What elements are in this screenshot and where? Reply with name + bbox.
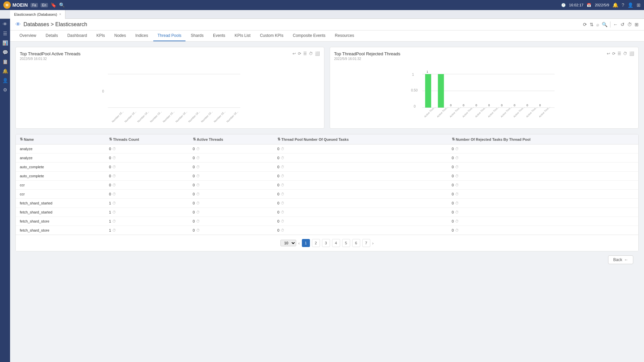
chart-list-btn[interactable]: ☰ <box>303 51 307 56</box>
history-icon[interactable]: ⏱ <box>281 219 284 223</box>
topbar-search-icon[interactable]: 🔍 <box>59 2 65 8</box>
back-button[interactable]: Back ← <box>608 255 633 264</box>
more-options-button[interactable]: ⊞ <box>635 22 639 27</box>
tab-composite-events[interactable]: Composite Events <box>289 31 329 41</box>
lang-fa-button[interactable]: Fa <box>31 3 38 7</box>
history-icon[interactable]: ⏱ <box>112 210 116 214</box>
sidebar-icon-settings[interactable]: ⚙ <box>3 87 7 93</box>
page-btn-5[interactable]: 5 <box>342 239 350 247</box>
history-icon[interactable]: ⏱ <box>112 219 116 223</box>
history-icon[interactable]: ⏱ <box>196 174 200 178</box>
history-icon[interactable]: ⏱ <box>455 165 459 169</box>
history-icon[interactable]: ⏱ <box>455 210 459 214</box>
page-btn-1[interactable]: 1 <box>302 239 310 247</box>
chart-right-refresh-btn[interactable]: ⟳ <box>612 51 615 56</box>
sidebar-icon-chart[interactable]: 📊 <box>2 40 8 46</box>
search-button[interactable]: 🔍 <box>602 22 607 27</box>
history-icon[interactable]: ⏱ <box>196 219 200 223</box>
refresh-button[interactable]: ⟳ <box>583 22 587 27</box>
tab-details[interactable]: Details <box>42 31 62 41</box>
history-icon[interactable]: ⏱ <box>196 156 200 160</box>
sidebar-icon-bell[interactable]: 🔔 <box>2 68 8 74</box>
page-nav-next[interactable]: › <box>372 241 374 246</box>
chart-refresh-btn[interactable]: ⟳ <box>298 51 301 56</box>
tab-close-button[interactable]: × <box>59 12 61 16</box>
th-threads-count[interactable]: ⇅ Threads Count <box>105 134 189 144</box>
tab-events[interactable]: Events <box>209 31 229 41</box>
th-queued-tasks[interactable]: ⇅ Thread Pool Number Of Queued Tasks <box>273 134 448 144</box>
history-icon[interactable]: ⏱ <box>281 147 284 151</box>
columns-button[interactable]: ⇅ <box>590 22 594 27</box>
page-btn-6[interactable]: 6 <box>352 239 360 247</box>
history-icon[interactable]: ⏱ <box>112 147 116 151</box>
history-icon[interactable]: ⏱ <box>281 201 284 205</box>
history-icon[interactable]: ⏱ <box>455 156 459 160</box>
history-icon[interactable]: ⏱ <box>281 210 284 214</box>
history-icon[interactable]: ⏱ <box>112 174 116 178</box>
time-filter-button[interactable]: ⏱ <box>627 22 632 27</box>
history-icon[interactable]: ⏱ <box>455 228 459 232</box>
page-btn-4[interactable]: 4 <box>332 239 340 247</box>
history-icon[interactable]: ⏱ <box>455 174 459 178</box>
chart-download-btn[interactable]: ⬜ <box>315 51 320 56</box>
chart-right-time-btn[interactable]: ⏱ <box>623 51 627 56</box>
history-icon[interactable]: ⏱ <box>196 201 200 205</box>
history-icon[interactable]: ⏱ <box>112 201 116 205</box>
topbar-expand-icon[interactable]: ⊞ <box>637 2 641 8</box>
history-icon[interactable]: ⏱ <box>196 192 200 196</box>
help-icon[interactable]: ? <box>622 2 624 8</box>
sidebar-icon-user[interactable]: 👤 <box>2 78 8 83</box>
th-name[interactable]: ⇅ Name <box>16 134 105 144</box>
history-icon[interactable]: ⏱ <box>112 228 116 232</box>
tab-kpis[interactable]: KPIs <box>92 31 109 41</box>
history-icon[interactable]: ⏱ <box>196 228 200 232</box>
history-icon[interactable]: ⏱ <box>196 210 200 214</box>
chart-right-reset-btn[interactable]: ↩ <box>607 51 610 56</box>
history-icon[interactable]: ⏱ <box>196 183 200 187</box>
chart-right-download-btn[interactable]: ⬜ <box>629 51 634 56</box>
bookmark-icon[interactable]: 🔖 <box>51 2 56 8</box>
page-nav-prev[interactable]: ‹ <box>298 241 300 246</box>
history-icon[interactable]: ⏱ <box>112 165 116 169</box>
history-icon[interactable]: ⏱ <box>112 192 116 196</box>
sidebar-icon-list[interactable]: 📋 <box>2 59 8 64</box>
sidebar-icon-menu[interactable]: ☰ <box>3 31 7 36</box>
page-btn-3[interactable]: 3 <box>322 239 330 247</box>
history-icon[interactable]: ⏱ <box>455 219 459 223</box>
history-icon[interactable]: ⏱ <box>281 174 284 178</box>
history-icon[interactable]: ⏱ <box>281 192 284 196</box>
user-icon[interactable]: 👤 <box>628 2 633 8</box>
history-icon[interactable]: ⏱ <box>455 183 459 187</box>
navigate-back-button[interactable]: ← <box>613 22 618 27</box>
page-size-select[interactable]: 10 20 50 <box>280 240 296 246</box>
history-icon[interactable]: ⏱ <box>281 165 284 169</box>
history-icon[interactable]: ⏱ <box>112 183 116 187</box>
history-icon[interactable]: ⏱ <box>281 156 284 160</box>
sidebar-icon-chat[interactable]: 💬 <box>2 50 8 55</box>
history-icon[interactable]: ⏱ <box>455 147 459 151</box>
tab-thread-pools[interactable]: Thread Pools <box>153 31 185 41</box>
tab-overview[interactable]: Overview <box>15 31 40 41</box>
chart-time-btn[interactable]: ⏱ <box>309 51 313 56</box>
page-btn-7[interactable]: 7 <box>362 239 370 247</box>
reload-button[interactable]: ↺ <box>621 22 625 27</box>
lang-en-button[interactable]: En <box>41 3 48 7</box>
tab-shards[interactable]: Shards <box>187 31 208 41</box>
tab-custom-kpis[interactable]: Custom KPIs <box>256 31 287 41</box>
chart-right-list-btn[interactable]: ☰ <box>618 51 621 56</box>
history-icon[interactable]: ⏱ <box>196 165 200 169</box>
history-icon[interactable]: ⏱ <box>112 156 116 160</box>
history-icon[interactable]: ⏱ <box>455 192 459 196</box>
sidebar-icon-eye[interactable]: 👁 <box>3 21 7 27</box>
tab-indices[interactable]: Indices <box>131 31 152 41</box>
history-icon[interactable]: ⏱ <box>196 147 200 151</box>
history-icon[interactable]: ⏱ <box>281 228 284 232</box>
history-icon[interactable]: ⏱ <box>455 201 459 205</box>
zoom-button[interactable]: ⌕ <box>596 22 599 27</box>
th-active-threads[interactable]: ⇅ Active Threads <box>189 134 273 144</box>
tab-nodes[interactable]: Nodes <box>110 31 130 41</box>
notification-icon[interactable]: 🔔 <box>612 2 618 8</box>
th-rejected-tasks[interactable]: ⇅ Number Of Rejected Tasks By Thread Poo… <box>448 134 638 144</box>
chart-reset-btn[interactable]: ↩ <box>292 51 296 56</box>
main-tab[interactable]: Elasticsearch (Databases) × <box>10 10 65 19</box>
